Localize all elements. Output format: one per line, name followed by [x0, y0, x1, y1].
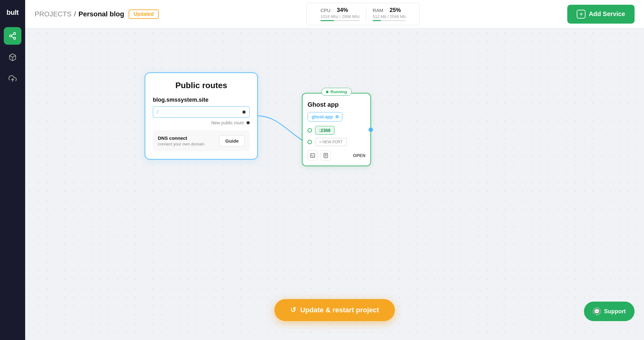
- new-port-row: + NEW PORT: [308, 138, 365, 146]
- new-public-route-label: New public route: [211, 120, 244, 125]
- cpu-detail: 1024 Mhz / 2998 Mhz: [320, 14, 360, 19]
- cpu-percentage: 34%: [337, 7, 348, 14]
- running-badge: Running: [321, 88, 352, 96]
- ram-bar: [373, 20, 406, 21]
- update-icon: ↺: [290, 306, 296, 314]
- logo: bult: [0, 0, 25, 25]
- sidebar-item-deploy[interactable]: [4, 70, 21, 88]
- dns-sub: connect your own domain: [158, 142, 204, 146]
- bottom-bar: ↺ Update & restart project: [275, 299, 395, 321]
- running-dot: [326, 91, 329, 93]
- ram-bar-fill: [373, 20, 381, 21]
- ghost-app-tag: ghost-app ⧉: [308, 112, 342, 122]
- breadcrumb: PROJECTS / Personal blog: [35, 10, 124, 18]
- dns-section: DNS connect connect your own domain Guid…: [153, 130, 250, 151]
- file-icon[interactable]: [321, 150, 331, 161]
- svg-point-1: [9, 35, 12, 37]
- svg-line-3: [11, 37, 14, 38]
- dns-text-block: DNS connect connect your own domain: [158, 135, 204, 146]
- svg-line-4: [11, 34, 14, 35]
- breadcrumb-current: Personal blog: [78, 10, 124, 18]
- ram-label: RAM: [373, 8, 383, 13]
- route-domain: blog.smssystem.site: [153, 97, 250, 103]
- main-content: PROJECTS / Personal blog Updated CPU 34%…: [25, 0, 644, 340]
- add-service-button[interactable]: + Add Service: [567, 5, 635, 24]
- new-port-button[interactable]: + NEW PORT: [315, 138, 347, 146]
- port-circle: [308, 128, 312, 133]
- port-badge[interactable]: :2368: [315, 126, 335, 135]
- support-label: Support: [604, 308, 626, 315]
- add-service-label: Add Service: [589, 10, 625, 18]
- guide-button[interactable]: Guide: [219, 135, 245, 146]
- public-routes-card: Public routes blog.smssystem.site New pu…: [145, 72, 258, 160]
- ram-detail: 512 Mb / 2048 Mb: [373, 14, 406, 19]
- ghost-app-title: Ghost app: [308, 101, 365, 108]
- cpu-monitor: CPU 34% 1024 Mhz / 2998 Mhz: [314, 7, 366, 21]
- update-restart-button[interactable]: ↺ Update & restart project: [275, 299, 395, 321]
- ghost-app-card: Running Ghost app ghost-app ⧉ :2368 + NE…: [302, 93, 371, 166]
- support-icon: 💬: [593, 307, 601, 315]
- connection-line: [25, 28, 644, 340]
- new-route-dot: [247, 121, 250, 124]
- dns-title: DNS connect: [158, 135, 204, 141]
- port-row: :2368: [308, 126, 365, 135]
- resource-monitor: CPU 34% 1024 Mhz / 2998 Mhz RAM 25% 512 …: [306, 3, 420, 25]
- sidebar: bult: [0, 0, 25, 340]
- ram-monitor: RAM 25% 512 Mb / 2048 Mb: [366, 7, 412, 21]
- route-input-row[interactable]: [153, 106, 250, 118]
- svg-point-2: [14, 37, 16, 39]
- cpu-label: CPU: [320, 8, 330, 13]
- open-button[interactable]: OPEN: [353, 153, 365, 158]
- canvas: Public routes blog.smssystem.site New pu…: [25, 28, 644, 340]
- cpu-bar: [320, 20, 360, 21]
- sidebar-item-box[interactable]: [4, 48, 21, 66]
- new-port-circle: [308, 140, 312, 144]
- cpu-bar-fill: [320, 20, 334, 21]
- route-input[interactable]: [157, 109, 242, 115]
- ghost-right-dot: [369, 128, 373, 132]
- breadcrumb-separator: /: [74, 10, 76, 18]
- update-label: Update & restart project: [300, 306, 379, 314]
- route-dot: [242, 110, 246, 114]
- running-label: Running: [330, 89, 347, 94]
- sidebar-item-network[interactable]: [4, 27, 21, 45]
- ghost-app-tag-label: ghost-app: [312, 114, 333, 119]
- header: PROJECTS / Personal blog Updated CPU 34%…: [25, 0, 644, 28]
- terminal-icon[interactable]: [308, 150, 318, 161]
- ghost-actions: OPEN: [308, 150, 365, 161]
- copy-icon[interactable]: ⧉: [336, 114, 338, 119]
- updated-badge: Updated: [129, 9, 159, 19]
- breadcrumb-projects: PROJECTS: [35, 10, 71, 18]
- ram-percentage: 25%: [390, 7, 401, 14]
- svg-point-0: [14, 32, 16, 35]
- support-button[interactable]: 💬 Support: [584, 302, 635, 321]
- plus-icon: +: [577, 10, 586, 19]
- public-routes-title: Public routes: [153, 81, 250, 90]
- new-public-route[interactable]: New public route: [153, 120, 250, 125]
- header-left: PROJECTS / Personal blog Updated: [35, 9, 159, 19]
